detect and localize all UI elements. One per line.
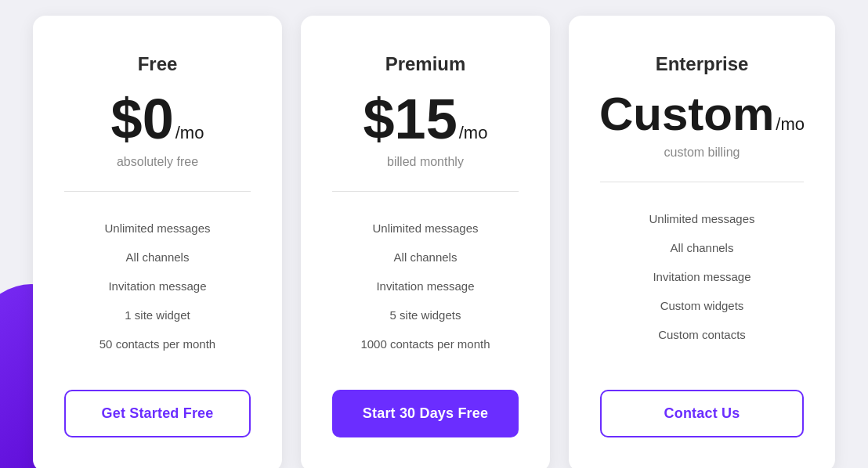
features-list-free: Unlimited messagesAll channelsInvitation… [64, 214, 251, 358]
list-item: 50 contacts per month [64, 329, 251, 358]
list-item: All channels [64, 243, 251, 272]
plan-name-free: Free [138, 53, 178, 75]
list-item: Invitation message [64, 272, 251, 301]
cta-button-free[interactable]: Get Started Free [64, 390, 251, 437]
list-item: Unlimited messages [332, 214, 519, 243]
price-row-premium: $15/mo [363, 91, 488, 147]
list-item: 1 site widget [64, 301, 251, 329]
list-item: All channels [332, 243, 519, 272]
list-item: Unlimited messages [64, 214, 251, 243]
divider-free [64, 191, 251, 192]
list-item: Custom contacts [600, 320, 804, 349]
price-row-enterprise: Custom/mo [599, 91, 805, 138]
cta-button-premium[interactable]: Start 30 Days Free [332, 390, 519, 437]
price-period-free: /mo [175, 123, 204, 143]
billing-note-premium: billed monthly [387, 155, 464, 169]
plan-name-premium: Premium [385, 53, 466, 75]
list-item: All channels [600, 233, 804, 262]
list-item: Invitation message [600, 262, 804, 291]
billing-note-free: absolutely free [117, 155, 198, 169]
list-item: 1000 contacts per month [332, 329, 519, 358]
features-list-enterprise: Unlimited messagesAll channelsInvitation… [600, 204, 804, 358]
list-item: Unlimited messages [600, 204, 804, 233]
list-item: Invitation message [332, 272, 519, 301]
list-item: 5 site widgets [332, 301, 519, 329]
price-amount-free: $0 [111, 91, 174, 147]
price-amount-enterprise: Custom [599, 91, 774, 138]
divider-premium [332, 191, 519, 192]
list-item: Custom widgets [600, 291, 804, 320]
price-period-premium: /mo [459, 123, 488, 143]
cta-button-enterprise[interactable]: Contact Us [600, 390, 804, 437]
features-list-premium: Unlimited messagesAll channelsInvitation… [332, 214, 519, 358]
billing-note-enterprise: custom billing [664, 146, 740, 160]
pricing-card-free: Free$0/moabsolutely freeUnlimited messag… [33, 16, 282, 468]
pricing-card-premium: Premium$15/mobilled monthlyUnlimited mes… [301, 16, 550, 468]
divider-enterprise [600, 182, 804, 182]
pricing-card-enterprise: EnterpriseCustom/mocustom billingUnlimit… [569, 16, 835, 468]
plan-name-enterprise: Enterprise [656, 53, 749, 75]
price-period-enterprise: /mo [776, 114, 805, 135]
price-amount-premium: $15 [363, 91, 458, 147]
price-row-free: $0/mo [111, 91, 204, 147]
pricing-container: Free$0/moabsolutely freeUnlimited messag… [0, 0, 868, 468]
